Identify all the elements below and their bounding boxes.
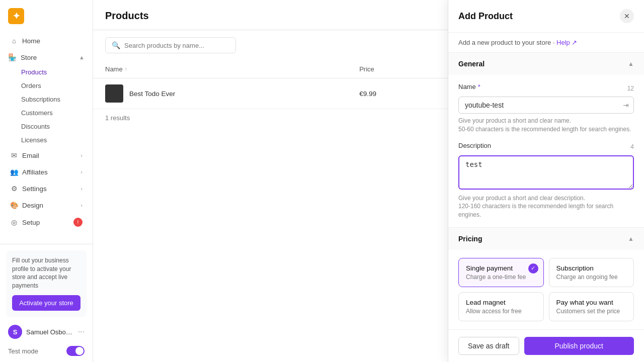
pricing-card-pwyw-title: Pay what you want bbox=[556, 299, 627, 306]
product-price: €9.99 bbox=[347, 78, 458, 109]
email-chevron-icon: › bbox=[80, 152, 83, 158]
setup-icon: ◎ bbox=[10, 218, 18, 226]
pricing-section-label: Pricing bbox=[458, 235, 482, 243]
col-name: Name ↑ bbox=[93, 60, 347, 78]
sidebar-item-customers[interactable]: Customers bbox=[17, 106, 89, 120]
pricing-card-single-title: Single payment bbox=[466, 264, 536, 272]
pricing-cards: Single payment Charge a one-time fee ✓ S… bbox=[458, 258, 634, 321]
pricing-card-single[interactable]: Single payment Charge a one-time fee ✓ bbox=[458, 258, 544, 287]
sidebar-item-orders-label: Orders bbox=[21, 82, 41, 89]
sort-icon[interactable]: ↑ bbox=[125, 66, 127, 72]
sidebar-item-setup[interactable]: ◎ Setup ! bbox=[3, 214, 90, 231]
general-section-toggle[interactable]: General ▲ bbox=[448, 53, 644, 75]
sidebar-item-customers-label: Customers bbox=[21, 109, 53, 117]
sidebar-item-licenses[interactable]: Licenses bbox=[17, 133, 89, 147]
settings-icon: ⚙ bbox=[10, 185, 18, 193]
sidebar-item-design-label: Design bbox=[22, 202, 43, 209]
sidebar-item-orders[interactable]: Orders bbox=[17, 79, 89, 93]
settings-chevron-icon: › bbox=[80, 186, 83, 192]
user-row: S Samuel Osborn... ··· bbox=[6, 322, 87, 342]
sidebar-item-affiliates[interactable]: 👥 Affiliates › bbox=[3, 164, 90, 180]
pricing-card-single-desc: Charge a one-time fee bbox=[466, 274, 536, 281]
user-more-button[interactable]: ··· bbox=[78, 327, 85, 336]
sidebar-item-home[interactable]: ⌂ Home bbox=[3, 33, 90, 49]
pricing-card-subscription[interactable]: Subscription Charge an ongoing fee bbox=[549, 258, 634, 287]
pricing-card-subscription-desc: Charge an ongoing fee bbox=[556, 274, 627, 281]
pricing-card-subscription-title: Subscription bbox=[556, 264, 627, 272]
desc-char-count: 4 bbox=[630, 143, 634, 150]
pricing-section-content: Single payment Charge a one-time fee ✓ S… bbox=[448, 250, 644, 329]
sidebar-item-settings-label: Settings bbox=[22, 185, 47, 193]
sidebar-section-store-header[interactable]: 🏪 Store ▲ bbox=[4, 49, 89, 65]
design-icon: 🎨 bbox=[10, 201, 18, 209]
description-field-label: Description bbox=[458, 142, 491, 149]
pricing-section-toggle[interactable]: Pricing ▲ bbox=[448, 228, 644, 250]
sidebar-item-discounts[interactable]: Discounts bbox=[17, 120, 89, 133]
col-price: Price bbox=[347, 60, 458, 78]
product-name: Best Todo Ever bbox=[129, 90, 175, 98]
desc-hint: Give your product a short and clear desc… bbox=[458, 194, 634, 219]
sidebar-item-affiliates-label: Affiliates bbox=[22, 168, 48, 176]
toggle-dot bbox=[75, 347, 84, 355]
general-chevron-icon: ▲ bbox=[628, 60, 634, 67]
test-mode-label: Test mode bbox=[8, 347, 62, 355]
user-avatar: S bbox=[8, 325, 22, 339]
close-button[interactable]: ✕ bbox=[620, 9, 634, 23]
activate-store-button[interactable]: Activate your store bbox=[12, 295, 80, 311]
setup-badge: ! bbox=[73, 218, 83, 227]
panel-body: General ▲ Name* 12 ⇥ bbox=[448, 53, 644, 329]
add-product-panel: Add Product ✕ Add a new product to your … bbox=[448, 0, 644, 362]
pricing-chevron-icon: ▲ bbox=[628, 235, 634, 242]
email-icon: ✉ bbox=[10, 151, 18, 159]
sidebar-item-email[interactable]: ✉ Email › bbox=[3, 147, 90, 163]
pricing-card-pwyw[interactable]: Pay what you want Customers set the pric… bbox=[549, 292, 634, 321]
pricing-card-lead-title: Lead magnet bbox=[466, 299, 536, 306]
product-name-cell: Best Todo Ever bbox=[93, 78, 347, 109]
publish-product-button[interactable]: Publish product bbox=[524, 337, 634, 355]
save-as-draft-button[interactable]: Save as draft bbox=[458, 337, 519, 355]
sidebar-logo: ✦ bbox=[0, 0, 93, 30]
single-check-icon: ✓ bbox=[528, 263, 538, 274]
logo-icon: ✦ bbox=[8, 8, 24, 24]
sidebar-item-email-label: Email bbox=[22, 152, 39, 159]
sidebar-item-home-label: Home bbox=[22, 37, 40, 45]
test-mode-row: Test mode bbox=[6, 342, 87, 356]
sidebar-item-products[interactable]: Products bbox=[17, 65, 89, 79]
store-chevron-icon: ▲ bbox=[79, 54, 85, 60]
affiliates-icon: 👥 bbox=[10, 168, 18, 176]
design-chevron-icon: › bbox=[80, 202, 83, 208]
sidebar-item-subscriptions[interactable]: Subscriptions bbox=[17, 93, 89, 106]
sidebar-item-subscriptions-label: Subscriptions bbox=[21, 96, 60, 103]
panel-subtitle: Add a new product to your store · Help ↗ bbox=[448, 33, 644, 53]
pricing-card-lead[interactable]: Lead magnet Allow access for free bbox=[458, 292, 544, 321]
panel-help-link[interactable]: Help ↗ bbox=[556, 39, 577, 46]
panel-title: Add Product bbox=[458, 11, 513, 22]
pricing-section: Pricing ▲ Single payment Charge a one-ti… bbox=[448, 228, 644, 329]
product-description-textarea[interactable]: test bbox=[458, 155, 634, 190]
home-icon: ⌂ bbox=[10, 37, 18, 45]
search-icon: 🔍 bbox=[112, 41, 120, 49]
name-hint: Give your product a short and clear name… bbox=[458, 117, 634, 134]
user-name: Samuel Osborn... bbox=[26, 328, 74, 336]
name-char-count: 12 bbox=[627, 85, 634, 92]
general-section-content: Name* 12 ⇥ Give your product a short and… bbox=[448, 75, 644, 227]
sidebar-item-settings[interactable]: ⚙ Settings › bbox=[3, 180, 90, 197]
general-section-label: General bbox=[458, 60, 485, 68]
panel-footer: Save as draft Publish product bbox=[448, 329, 644, 362]
sidebar-item-store-label: Store bbox=[21, 54, 37, 61]
search-box[interactable]: 🔍 bbox=[105, 37, 236, 53]
search-input[interactable] bbox=[124, 42, 229, 49]
pricing-card-lead-desc: Allow access for free bbox=[466, 308, 536, 315]
product-thumbnail bbox=[105, 84, 123, 103]
sidebar-footer: Fill out your business profile to activa… bbox=[0, 244, 93, 362]
panel-header: Add Product ✕ bbox=[448, 0, 644, 33]
test-mode-toggle[interactable] bbox=[66, 346, 85, 356]
name-field-group: Name* 12 ⇥ Give your product a short and… bbox=[458, 83, 634, 134]
name-field-label: Name* bbox=[458, 83, 480, 90]
general-section: General ▲ Name* 12 ⇥ bbox=[448, 53, 644, 228]
sidebar-item-design[interactable]: 🎨 Design › bbox=[3, 197, 90, 213]
sidebar-item-setup-label: Setup bbox=[22, 219, 40, 226]
name-input-icon: ⇥ bbox=[623, 101, 629, 109]
product-name-input[interactable] bbox=[458, 97, 634, 114]
store-icon: 🏪 bbox=[8, 53, 17, 61]
